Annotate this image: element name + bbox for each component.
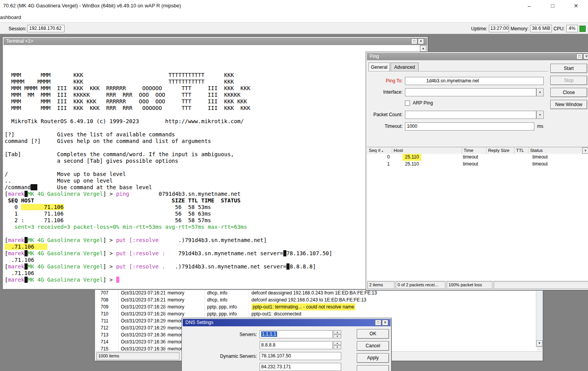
column-header-time[interactable]: Time <box>462 147 487 154</box>
terminal-text <box>64 204 175 210</box>
ping-start-button[interactable]: Start <box>550 64 587 73</box>
dns-cancel-button[interactable]: Cancel <box>357 341 389 351</box>
cell-index: 711 <box>96 317 108 324</box>
maximize-icon[interactable]: □ <box>411 38 417 44</box>
terminal-text: MikroTik RouterOS 6.49.10 (c) 1999-2023 … <box>5 118 244 124</box>
ping-stop-button[interactable]: Stop <box>550 76 587 85</box>
terminal-text: MMM MMM III KKK KKK RRRRRR OOO OOO TTT I… <box>5 98 247 105</box>
terminal-text: marek <box>8 263 24 270</box>
cell-time: Oct/31/2023 07:16:21 <box>121 289 166 296</box>
ping-tab-advanced[interactable]: Advanced <box>391 63 419 71</box>
terminal-text: ] > <box>103 191 116 197</box>
log-scrollbar[interactable]: ▼ <box>536 290 543 347</box>
dns-apply-button[interactable]: Apply <box>357 353 389 363</box>
cell-message: defconf assigned 192.168.0.243 to 1E:ED:… <box>251 296 535 303</box>
column-header-status[interactable]: Status <box>529 147 583 154</box>
ping-to-input[interactable]: 1d4b3.sn.mynetname.net <box>405 77 544 85</box>
cell-index: 707 <box>96 289 108 296</box>
terminal-text: put [:resolve : <box>116 250 165 256</box>
ping-titlebar[interactable]: Ping □ ✕ <box>367 53 588 60</box>
terminal-line: MMM MMMM MMM III KKK KKK RRRRRR OOOOOO T… <box>5 85 420 92</box>
terminal-line: command [?] Gives help on the command an… <box>5 138 420 145</box>
close-icon[interactable]: ✕ <box>567 0 585 12</box>
timeout-label: Timeout: <box>368 124 403 129</box>
terminal-text: 71.106 <box>24 217 64 223</box>
ping-status-filler <box>494 281 588 289</box>
dns-title: DNS Settings <box>185 320 213 325</box>
terminal-line <box>5 52 420 59</box>
scroll-up-icon[interactable]: ▲ <box>420 45 426 52</box>
terminal-line <box>5 65 420 72</box>
ping-new-window-button[interactable]: New Window <box>550 100 587 109</box>
maximize-icon[interactable]: □ <box>576 54 583 59</box>
dns-server-input[interactable]: 8.8.8.8 <box>260 341 333 349</box>
column-header-replysize[interactable]: Reply Size <box>487 147 515 154</box>
close-icon[interactable]: ✕ <box>583 54 588 59</box>
terminal-text: put [:resolve . <box>116 263 165 270</box>
ping-result-row[interactable]: 025.110timeouttimeout <box>367 154 588 161</box>
column-select-icon[interactable]: ▼ <box>582 147 588 154</box>
terminal-text: .71.106 <box>5 244 47 250</box>
log-grid-line <box>118 289 119 351</box>
terminal-text: MMMM MMMM KKK TTTTTTTTTTT KKK <box>5 78 234 85</box>
terminal-text: MK 4G Gasolinera Vergel <box>28 263 103 270</box>
cpu-indicator <box>579 26 586 32</box>
column-header-seq[interactable]: Seq #▴ <box>367 147 392 154</box>
spin-up-icon[interactable]: ▲ <box>333 330 341 334</box>
timeout-input[interactable]: 1000 <box>405 122 534 131</box>
arp-ping-checkbox[interactable] <box>405 101 410 106</box>
ping-close-button[interactable]: Close <box>550 88 587 97</box>
dns-ok-button[interactable]: OK <box>357 329 389 339</box>
log-row[interactable]: 708Oct/31/2023 07:16:21memorydhcp, infod… <box>96 296 537 303</box>
close-icon[interactable]: ✕ <box>382 320 388 326</box>
ping-tab-general[interactable]: General <box>368 63 390 71</box>
dns-titlebar[interactable]: DNS Settings □ ✕ <box>183 319 391 326</box>
terminal-line: [marek MK 4G Gasolinera Vergel] > put [:… <box>5 263 420 270</box>
log-row[interactable]: 710Oct/31/2023 07:16:28memorypptp, ppp, … <box>96 310 537 317</box>
uptime-value: 13:27:00 <box>489 25 509 32</box>
spin-down-icon[interactable]: ▼ <box>333 334 341 338</box>
dns-server-spinner[interactable]: ▲▼ <box>333 341 341 349</box>
packet-count-input[interactable] <box>405 111 536 119</box>
cell-topics: dhcp, info <box>207 289 250 296</box>
spin-down-icon[interactable]: ▼ <box>333 345 341 349</box>
terminal-line <box>5 145 420 151</box>
dns-extra-button[interactable] <box>357 365 389 371</box>
spin-up-icon[interactable]: ▲ <box>333 341 341 345</box>
interface-dropdown-icon[interactable]: ▼ <box>536 88 544 96</box>
maximize-icon[interactable]: □ <box>544 0 562 12</box>
scroll-down-icon[interactable]: ▼ <box>536 340 543 347</box>
terminal-titlebar[interactable]: Terminal <1> □ ✕ <box>3 38 427 45</box>
ping-result-row[interactable]: 125.110timeouttimeout <box>367 161 588 168</box>
dns-server-input[interactable]: 1.1.1.1 <box>260 330 333 338</box>
menu-item-dashboard[interactable]: ashboard <box>0 14 21 20</box>
packet-count-dropdown-icon[interactable]: ▼ <box>536 111 544 119</box>
terminal-line: MMM MMM III KKK KKK RRRRRR OOO OOO TTT I… <box>5 98 420 105</box>
terminal-body[interactable]: MMM MMM KKK TTTTTTTTTTT KKK MMMM MMMM KK… <box>4 45 420 288</box>
terminal-text: marek <box>8 237 24 243</box>
column-header-ttl[interactable]: TTL <box>515 147 529 154</box>
interface-input[interactable] <box>405 88 536 96</box>
terminal-text: MK 4G Gasolinera Vergel <box>28 277 103 283</box>
terminal-line: .71.106 <box>5 257 420 263</box>
dns-server-spinner[interactable]: ▲▼ <box>333 330 341 338</box>
dns-server-value: 1.1.1.1 <box>261 331 277 337</box>
column-header-host[interactable]: Host <box>392 147 462 154</box>
terminal-line: [Tab] Completes the command/word. If the… <box>5 151 420 158</box>
ping-table-header: Seq #▴HostTimeReply SizeTTLStatus <box>367 147 588 154</box>
sort-icon: ▴ <box>382 149 383 153</box>
maximize-icon[interactable]: □ <box>375 320 381 326</box>
menubar: ashboard <box>0 12 588 22</box>
minimize-icon[interactable]: – <box>520 0 538 12</box>
terminal-text: 71.106 <box>18 211 64 217</box>
cell-seq: 1 <box>367 161 390 168</box>
session-input[interactable]: 192.168.170.62 <box>27 25 65 32</box>
terminal-text: 0791d4b3.sn.mynetname.net <box>159 191 241 197</box>
terminal-line: [marek MK 4G Gasolinera Vergel] > put [:… <box>5 250 420 257</box>
log-row[interactable]: 709Oct/31/2023 07:16:28memorypptp, ppp, … <box>96 303 537 310</box>
terminal-line: / Move up to base level <box>5 171 420 178</box>
terminal-line: .. Move up one level <box>5 178 420 184</box>
terminal-text <box>165 250 178 256</box>
close-icon[interactable]: ✕ <box>418 38 424 44</box>
terminal-title: Terminal <1> <box>6 38 33 44</box>
